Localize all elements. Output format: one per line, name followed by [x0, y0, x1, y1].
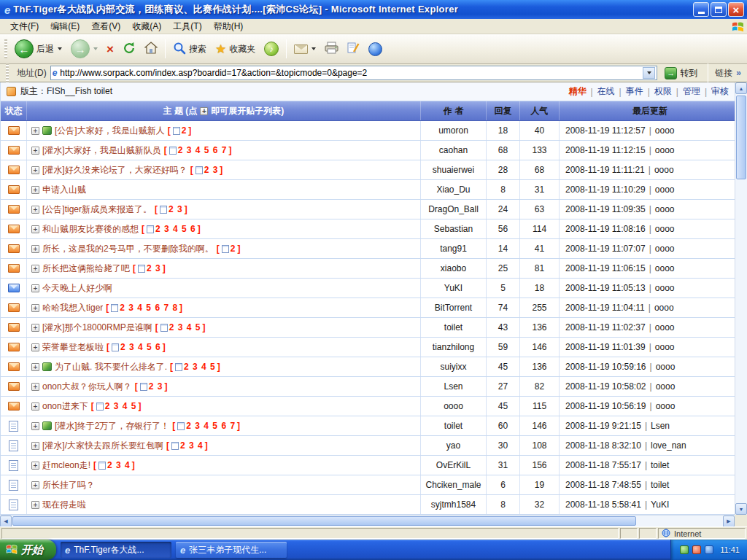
topic-pages[interactable]: [2 3 4 5 6 ]	[107, 342, 166, 352]
expand-icon[interactable]	[31, 245, 39, 253]
nav-online[interactable]: 在线	[597, 85, 615, 98]
updater-link[interactable]: oooo	[655, 322, 675, 332]
author-link[interactable]: Chciken_male	[425, 480, 481, 490]
updater-link[interactable]: oooo	[656, 401, 676, 411]
nav-events[interactable]: 事件	[626, 85, 643, 98]
favorites-button[interactable]: ★ 收藏夹	[211, 40, 260, 58]
expand-icon[interactable]	[31, 225, 39, 233]
updater-link[interactable]: YuKI	[651, 499, 669, 510]
expand-icon[interactable]	[31, 127, 39, 135]
topic-link[interactable]: 现在得走啦	[42, 499, 86, 511]
updater-link[interactable]: Lsen	[651, 421, 670, 431]
author-link[interactable]: YuKI	[444, 283, 462, 293]
topic-link[interactable]: onon大叔？你玩人啊？	[42, 381, 132, 393]
author-link[interactable]: OvErKilL	[436, 460, 471, 470]
author-link[interactable]: tang91	[440, 244, 467, 254]
taskbar-window-current[interactable]: e ThF.Tiger各大战...	[61, 542, 171, 558]
updater-link[interactable]: oooo	[655, 342, 675, 352]
author-link[interactable]: DragOn_Ball	[428, 204, 479, 214]
scroll-left-button[interactable]: ◀	[0, 516, 12, 527]
taskbar-window-other[interactable]: e 张三丰弟子现代生...	[176, 542, 287, 558]
topic-pages[interactable]: [2 3 4 5 ]	[170, 362, 221, 372]
topic-link[interactable]: 所长挂了吗？	[42, 479, 95, 491]
author-link[interactable]: Lsen	[444, 381, 462, 392]
menu-favorites[interactable]: 收藏(A)	[126, 19, 167, 34]
back-button[interactable]: ← 后退	[10, 38, 66, 60]
expand-icon[interactable]	[31, 206, 39, 214]
menu-file[interactable]: 文件(F)	[4, 19, 44, 34]
topic-link[interactable]: 为了山贼. 我不要什么排名了.	[55, 361, 167, 373]
close-button[interactable]: ×	[728, 2, 744, 17]
expand-icon[interactable]	[31, 186, 39, 194]
topic-pages[interactable]: [2 3 4 5 6 7 ]	[172, 421, 241, 431]
nav-manage[interactable]: 管理	[683, 85, 700, 98]
author-link[interactable]: tianzhilong	[433, 342, 474, 352]
author-link[interactable]: oooo	[444, 401, 463, 411]
topic-pages[interactable]: [2 3 ]	[155, 204, 188, 214]
topic-pages[interactable]: [2 3 4 ]	[166, 440, 209, 451]
scroll-up-button[interactable]: ▲	[735, 82, 747, 94]
expand-icon[interactable]	[31, 265, 39, 273]
author-link[interactable]: syjtmh1584	[431, 499, 476, 510]
updater-link[interactable]: oooo	[656, 362, 676, 372]
updater-link[interactable]: oooo	[655, 244, 675, 254]
updater-link[interactable]: oooo	[655, 224, 675, 234]
messenger-button[interactable]	[364, 41, 387, 58]
nav-featured[interactable]: 精华	[568, 85, 586, 98]
forward-button[interactable]: →	[66, 38, 102, 60]
expand-icon[interactable]	[31, 284, 39, 292]
topic-pages[interactable]: [2 3 ]	[133, 263, 166, 273]
maximize-button[interactable]	[711, 2, 727, 17]
topic-link[interactable]: 所长把这俩熊给毙了吧	[42, 262, 130, 275]
go-button[interactable]: → 转到	[661, 66, 701, 80]
topic-link[interactable]: 所长，这是我的2号马甲，不要删除我的啊。	[42, 243, 214, 255]
author-link[interactable]: caohan	[439, 145, 468, 155]
expand-icon[interactable]	[31, 343, 39, 351]
minimize-button[interactable]	[693, 2, 709, 17]
topic-link[interactable]: [灌水]好久没来论坛了，大家还好吗？	[42, 164, 187, 176]
updater-link[interactable]: oooo	[656, 381, 676, 392]
updater-link[interactable]: oooo	[654, 165, 674, 175]
links-chevron-icon[interactable]: »	[736, 68, 741, 78]
updater-link[interactable]: oooo	[655, 125, 675, 136]
topic-pages[interactable]: [2 3 4 ]	[93, 460, 136, 470]
links-label[interactable]: 链接	[715, 67, 732, 79]
menu-view[interactable]: 查看(V)	[85, 19, 126, 34]
topic-link[interactable]: 和山贼朋友比赛後的感想	[42, 223, 139, 236]
media-button[interactable]: ♪	[260, 40, 283, 58]
topic-pages[interactable]: [2 3 ]	[135, 381, 169, 392]
menu-edit[interactable]: 编辑(E)	[44, 19, 85, 34]
author-link[interactable]: xiaobo	[441, 263, 466, 273]
taskbar-clock[interactable]: 11:41	[720, 545, 740, 554]
topic-link[interactable]: 哈哈我想入tiger	[42, 302, 103, 314]
topic-pages[interactable]: [2 3 4 5 6 ]	[142, 224, 201, 234]
topic-pages[interactable]: [2 3 4 5 ]	[155, 322, 206, 332]
print-button[interactable]	[320, 40, 343, 58]
author-link[interactable]: Xiao_Du	[436, 184, 470, 195]
expand-icon[interactable]	[31, 383, 39, 391]
refresh-button[interactable]	[118, 40, 140, 58]
address-input[interactable]: e http://www.sorpack.com/index.asp?board…	[50, 66, 658, 80]
updater-link[interactable]: toilet	[651, 460, 669, 470]
expand-icon[interactable]	[31, 147, 39, 155]
topic-pages[interactable]: [2 3 4 5 6 7 ]	[164, 145, 233, 155]
nav-permissions[interactable]: 权限	[654, 85, 672, 98]
edit-button[interactable]	[343, 40, 364, 58]
scroll-down-button[interactable]: ▼	[735, 503, 747, 515]
updater-link[interactable]: oooo	[655, 145, 675, 155]
nav-audit[interactable]: 审核	[711, 85, 729, 98]
topic-link[interactable]: [灌水]/大家快去跟所长要红包啊	[42, 440, 163, 452]
topic-link[interactable]: 荣誉攀登老板啦	[42, 341, 104, 354]
updater-link[interactable]: oooo	[654, 303, 674, 313]
topic-link[interactable]: 申请入山贼	[42, 184, 86, 196]
expand-icon[interactable]	[31, 422, 39, 430]
vertical-scrollbar[interactable]: ▲ ▼	[735, 82, 747, 515]
expand-icon[interactable]	[31, 304, 39, 312]
expand-icon[interactable]	[31, 481, 39, 489]
updater-link[interactable]: oooo	[655, 204, 675, 214]
topic-link[interactable]: [公告]tiger新成员来报道了。	[42, 203, 152, 216]
author-link[interactable]: Sebastian	[434, 224, 473, 234]
mail-dropdown-icon[interactable]	[311, 47, 316, 50]
updater-link[interactable]: toilet	[651, 480, 669, 490]
author-link[interactable]: BitTorrent	[435, 303, 472, 313]
